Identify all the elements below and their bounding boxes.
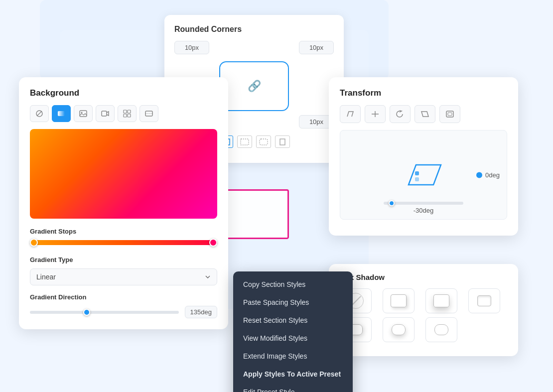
svg-rect-20 xyxy=(448,113,452,116)
transform-title: Transform xyxy=(340,88,507,98)
shadow-option-2[interactable] xyxy=(425,288,457,313)
svg-rect-19 xyxy=(446,111,453,117)
svg-rect-11 xyxy=(128,110,131,113)
transform-bottom-thumb[interactable] xyxy=(389,200,395,206)
svg-rect-9 xyxy=(102,111,107,116)
transform-type-icons xyxy=(340,105,507,123)
gradient-direction-label: Gradient Direction xyxy=(30,293,217,301)
corner-tr-input[interactable]: 10px xyxy=(299,41,334,54)
shadow-box-icon-6 xyxy=(434,324,448,335)
bg-gradient-btn[interactable] xyxy=(52,105,71,122)
background-panel: Background Gradient Stops Gradient Type xyxy=(19,77,228,329)
svg-rect-6 xyxy=(58,111,65,116)
gradient-preview xyxy=(30,129,217,219)
direction-thumb[interactable] xyxy=(83,309,90,316)
shadow-box-icon-2 xyxy=(433,294,449,307)
menu-item-extend-image-styles[interactable]: Extend Image Styles xyxy=(233,347,353,365)
transform-scale-btn[interactable] xyxy=(439,105,460,123)
shadow-option-6[interactable] xyxy=(425,317,457,342)
bg-video-btn[interactable] xyxy=(96,105,115,122)
menu-item-apply-styles-active-preset[interactable]: Apply Styles To Active Preset xyxy=(233,365,353,383)
gradient-track[interactable] xyxy=(30,240,217,245)
svg-rect-13 xyxy=(128,114,131,117)
transform-translate-btn[interactable] xyxy=(365,105,386,123)
svg-rect-14 xyxy=(145,111,152,116)
background-title: Background xyxy=(30,88,217,98)
menu-item-paste-spacing-styles[interactable]: Paste Spacing Styles xyxy=(233,293,353,311)
transform-canvas: 0deg -30deg xyxy=(340,130,507,220)
svg-point-8 xyxy=(81,112,83,114)
transform-shear-btn[interactable] xyxy=(415,105,435,123)
corner-option-3[interactable] xyxy=(256,135,271,148)
shadow-options-grid xyxy=(340,288,507,342)
svg-rect-3 xyxy=(280,139,285,145)
corner-preview-box: 🔗 xyxy=(219,61,289,111)
transform-degree-bottom: -30deg xyxy=(384,202,463,214)
shadow-box-icon-5 xyxy=(392,324,406,335)
transform-rotate-btn[interactable] xyxy=(390,105,411,123)
gradient-type-label: Gradient Type xyxy=(30,256,217,263)
transform-degree-right: 0deg xyxy=(476,171,500,179)
transform-panel: Transform 0deg xyxy=(329,77,518,236)
gradient-type-select[interactable]: Linear Radial Conic xyxy=(30,268,217,285)
svg-rect-12 xyxy=(124,114,127,117)
shadow-box-icon-3 xyxy=(477,295,491,306)
corner-tl-input[interactable]: 10px xyxy=(174,41,209,54)
gradient-stop-right[interactable] xyxy=(209,239,217,247)
bg-image-btn[interactable] xyxy=(74,105,93,122)
box-shadow-title: Box Shadow xyxy=(340,273,507,281)
shadow-option-3[interactable] xyxy=(468,288,500,313)
shadow-option-5[interactable] xyxy=(383,317,415,342)
svg-marker-21 xyxy=(409,165,441,185)
link-icon[interactable]: 🔗 xyxy=(248,80,261,93)
gradient-type-section: Gradient Type Linear Radial Conic xyxy=(30,256,217,285)
svg-rect-7 xyxy=(80,111,87,117)
menu-item-reset-section-styles[interactable]: Reset Section Styles xyxy=(233,311,353,329)
shadow-option-1[interactable] xyxy=(383,288,415,313)
menu-item-view-modified-styles[interactable]: View Modified Styles xyxy=(233,329,353,347)
svg-line-5 xyxy=(37,111,42,116)
shadow-box-icon-1 xyxy=(391,294,407,307)
gradient-stops-label: Gradient Stops xyxy=(30,228,217,235)
gradient-direction-section: Gradient Direction 135deg xyxy=(30,293,217,318)
bg-no-fill-btn[interactable] xyxy=(30,105,49,122)
corner-option-2[interactable] xyxy=(237,135,252,148)
degree-dot-right xyxy=(476,172,482,178)
background-type-icons xyxy=(30,105,217,122)
direction-track[interactable] xyxy=(30,311,179,314)
rounded-corners-title: Rounded Corners xyxy=(174,25,334,34)
menu-item-copy-section-styles[interactable]: Copy Section Styles xyxy=(233,275,353,293)
bg-pattern-btn[interactable] xyxy=(118,105,137,122)
svg-rect-10 xyxy=(124,110,127,113)
degree-bottom-label: -30deg xyxy=(414,207,433,214)
degree-right-label: 0deg xyxy=(485,171,500,179)
transform-shape xyxy=(399,157,448,192)
menu-item-edit-preset-style[interactable]: Edit Preset Style xyxy=(233,383,353,392)
svg-rect-2 xyxy=(260,139,268,145)
transform-bottom-track[interactable] xyxy=(384,202,463,205)
gradient-stops-section: Gradient Stops xyxy=(30,228,217,245)
bg-slide-btn[interactable] xyxy=(139,105,158,122)
box-shadow-panel: Box Shadow xyxy=(329,264,518,356)
svg-marker-18 xyxy=(421,112,428,117)
corner-option-4[interactable] xyxy=(275,135,290,148)
context-menu: Copy Section Styles Paste Spacing Styles… xyxy=(233,271,353,392)
direction-value[interactable]: 135deg xyxy=(185,306,217,318)
svg-rect-1 xyxy=(241,139,249,145)
transform-skew-btn[interactable] xyxy=(340,105,361,123)
gradient-stop-left[interactable] xyxy=(30,239,38,247)
